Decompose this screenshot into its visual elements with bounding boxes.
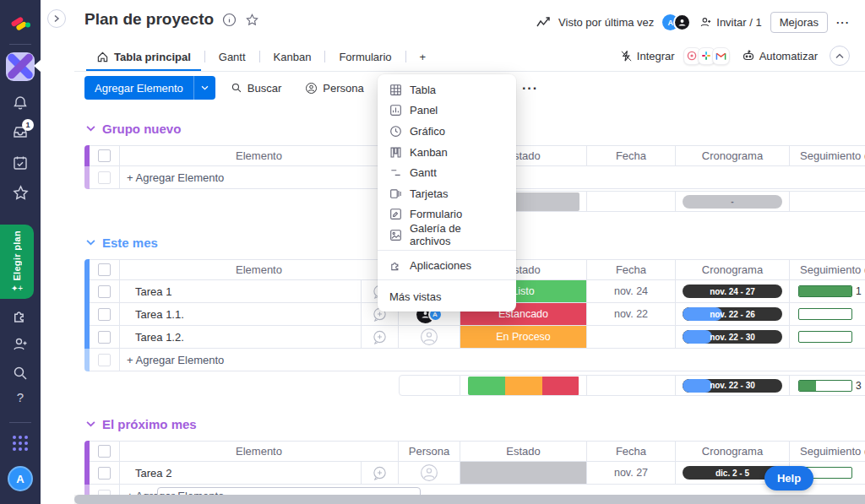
row-checkbox[interactable] xyxy=(98,285,111,298)
timeline-pill[interactable]: nov. 22 - 30 xyxy=(683,379,782,393)
row-checkbox[interactable] xyxy=(98,149,111,162)
column-header-date[interactable]: Fecha xyxy=(587,259,676,280)
group-title[interactable]: El próximo mes xyxy=(86,414,865,434)
checkbox-cell[interactable] xyxy=(90,259,120,280)
column-header-tracking[interactable]: Seguimiento de xyxy=(790,441,865,462)
chevron-down-icon[interactable] xyxy=(86,239,95,246)
add-update-cell[interactable] xyxy=(362,326,399,349)
row-checkbox[interactable] xyxy=(98,354,111,366)
menu-item-panel[interactable]: Panel xyxy=(378,100,516,122)
help-question-icon[interactable]: ? xyxy=(0,390,41,404)
row-checkbox[interactable] xyxy=(98,445,111,458)
column-header-date[interactable]: Fecha xyxy=(587,145,676,166)
menu-item-gráfico[interactable]: Gráfico xyxy=(378,121,516,142)
column-header-timeline[interactable]: Cronograma xyxy=(676,145,790,166)
column-header-status[interactable]: Estado xyxy=(460,441,587,462)
timeline-cell[interactable]: nov. 22 - 26 xyxy=(676,303,790,326)
progress-bar[interactable] xyxy=(798,380,852,392)
invite-members-icon[interactable] xyxy=(0,336,41,353)
summary-timeline-cell[interactable]: nov. 22 - 30 xyxy=(676,375,790,396)
column-header-tracking[interactable]: Seguimiento de xyxy=(790,145,865,166)
search-button[interactable]: Buscar xyxy=(222,76,290,100)
status-cell[interactable]: En Proceso xyxy=(460,326,587,349)
column-header-item[interactable]: Elemento xyxy=(120,145,399,166)
summary-timeline-cell[interactable]: - xyxy=(676,191,790,212)
timeline-pill[interactable]: nov. 22 - 26 xyxy=(683,307,782,321)
date-cell[interactable]: nov. 22 xyxy=(587,303,676,326)
column-header-timeline[interactable]: Cronograma xyxy=(676,441,790,462)
notifications-bell-icon[interactable] xyxy=(0,95,41,111)
timeline-pill[interactable]: - xyxy=(683,195,782,209)
favorite-star-icon[interactable] xyxy=(245,13,259,27)
tracking-cell[interactable] xyxy=(790,326,865,349)
horizontal-scrollbar[interactable] xyxy=(74,495,865,504)
choose-plan-button[interactable]: Elegir plan ✦+ xyxy=(0,225,34,299)
checkbox-cell[interactable] xyxy=(90,145,120,166)
menu-item-formulario[interactable]: Formulario xyxy=(378,204,516,225)
scrollbar-thumb[interactable] xyxy=(74,495,865,504)
checkbox-cell[interactable] xyxy=(90,280,120,303)
item-name-cell[interactable]: Tarea 2 xyxy=(120,462,362,485)
progress-bar[interactable] xyxy=(798,331,852,343)
board-more-menu[interactable]: ··· xyxy=(836,16,850,29)
item-name-cell[interactable]: Tarea 1 xyxy=(120,280,362,303)
summary-status-battery[interactable] xyxy=(460,375,587,396)
chevron-down-icon[interactable] xyxy=(86,125,95,132)
menu-item-tarjetas[interactable]: Tarjetas xyxy=(378,183,516,204)
last-seen-label[interactable]: Visto por última vez xyxy=(558,16,654,29)
checkbox-cell[interactable] xyxy=(90,303,120,326)
date-cell[interactable]: nov. 24 xyxy=(587,280,676,303)
viewers-avatars[interactable]: A xyxy=(662,14,691,31)
apps-grid-icon[interactable] xyxy=(0,436,41,451)
my-work-calendar-icon[interactable] xyxy=(0,154,41,171)
item-name-cell[interactable]: Tarea 1.1. xyxy=(120,303,362,326)
tab-tabla-principal[interactable]: Tabla principal xyxy=(84,43,203,70)
menu-item-kanban[interactable]: Kanban xyxy=(378,142,516,163)
person-cell[interactable] xyxy=(399,326,460,349)
checkbox-cell[interactable] xyxy=(90,166,120,189)
expand-workspace-button[interactable] xyxy=(47,9,66,28)
group-name[interactable]: Este mes xyxy=(102,236,158,250)
row-checkbox[interactable] xyxy=(98,308,111,321)
item-name-cell[interactable]: Tarea 1.2. xyxy=(120,326,362,349)
checkbox-cell[interactable] xyxy=(90,349,120,371)
menu-item-gantt[interactable]: Gantt xyxy=(378,162,516,183)
group-name[interactable]: El próximo mes xyxy=(102,417,197,431)
marketplace-puzzle-icon[interactable] xyxy=(0,307,41,324)
checkbox-cell[interactable] xyxy=(90,326,120,349)
column-header-date[interactable]: Fecha xyxy=(587,441,676,462)
add-item-button[interactable]: Agregar Elemento xyxy=(84,76,215,100)
group-name[interactable]: Grupo nuevo xyxy=(102,122,181,136)
column-header-tracking[interactable]: Seguimiento de xyxy=(790,259,865,280)
status-cell[interactable] xyxy=(460,462,587,485)
activity-icon[interactable] xyxy=(536,17,550,28)
column-header-timeline[interactable]: Cronograma xyxy=(676,259,790,280)
menu-item-galería-de-archivos[interactable]: Galería de archivos xyxy=(378,225,516,246)
menu-item-tabla[interactable]: Tabla xyxy=(378,79,516,100)
favorites-star-icon[interactable] xyxy=(0,184,41,202)
timeline-cell[interactable]: nov. 24 - 27 xyxy=(676,280,790,303)
user-avatar[interactable]: A xyxy=(0,466,41,491)
board-info-icon[interactable] xyxy=(222,13,237,27)
row-checkbox[interactable] xyxy=(98,171,111,184)
summary-tracking-cell[interactable] xyxy=(790,191,865,212)
tab-kanban[interactable]: Kanban xyxy=(262,43,324,70)
column-header-item[interactable]: Elemento xyxy=(120,441,399,462)
chevron-down-icon[interactable] xyxy=(86,420,95,427)
toolbar-more-menu[interactable]: ··· xyxy=(522,81,538,96)
checkbox-cell[interactable] xyxy=(90,441,120,462)
row-checkbox[interactable] xyxy=(98,263,111,276)
column-header-item[interactable]: Elemento xyxy=(120,259,399,280)
inbox-icon[interactable]: 1 xyxy=(0,123,41,140)
row-checkbox[interactable] xyxy=(98,467,111,480)
invite-button[interactable]: Invitar / 1 xyxy=(699,16,761,29)
date-cell[interactable]: nov. 27 xyxy=(587,462,676,485)
collapse-header-button[interactable] xyxy=(830,46,850,66)
tracking-cell[interactable]: 1 xyxy=(790,280,865,303)
tracking-cell[interactable] xyxy=(790,303,865,326)
summary-tracking-cell[interactable]: 3 xyxy=(790,375,865,396)
board-title[interactable]: Plan de proyecto xyxy=(84,10,214,29)
tab-gantt[interactable]: Gantt xyxy=(207,43,258,70)
add-update-cell[interactable] xyxy=(362,462,399,485)
person-cell[interactable] xyxy=(399,462,460,485)
